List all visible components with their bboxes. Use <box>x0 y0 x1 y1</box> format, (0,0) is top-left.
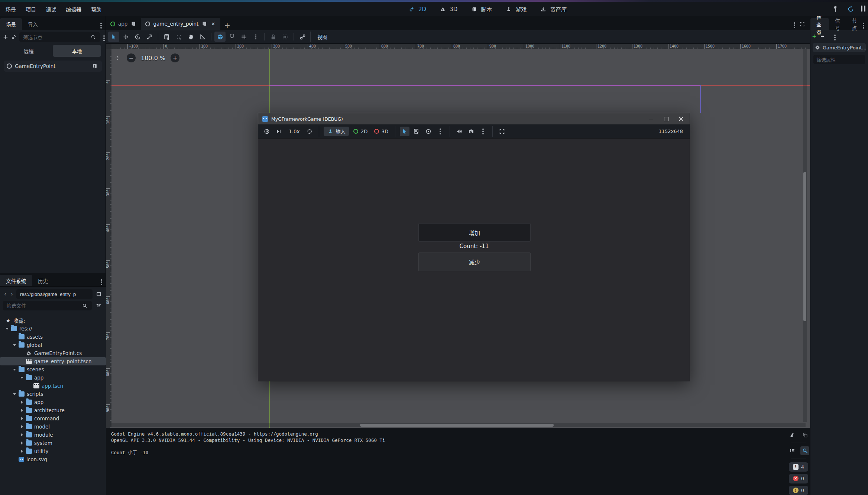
copy-output-icon[interactable] <box>800 430 809 439</box>
chevron-closed-icon[interactable] <box>20 433 24 437</box>
sort-files-icon[interactable] <box>95 302 103 310</box>
game-window-titlebar[interactable]: MyGFrameworkGame (DEBUG) <box>258 113 690 124</box>
zoom-out-button[interactable]: − <box>127 53 136 62</box>
filter-files-field[interactable] <box>3 301 92 310</box>
history-forward-icon[interactable]: › <box>10 291 14 297</box>
folder-global[interactable]: global <box>0 341 106 349</box>
script-icon[interactable] <box>130 20 136 28</box>
decrease-button[interactable]: 减少 <box>418 253 531 271</box>
search-output-icon[interactable] <box>800 446 809 455</box>
filesystem-dock-tab-历史[interactable]: 历史 <box>32 275 54 286</box>
scene-tab-app[interactable]: app <box>106 18 141 30</box>
workspace-资产库[interactable]: 资产库 <box>535 4 571 15</box>
maximize-button[interactable] <box>664 116 669 121</box>
filter-nodes-input[interactable] <box>22 34 89 40</box>
horizontal-scrollbar[interactable] <box>111 423 806 427</box>
menu-dots-tool-icon[interactable] <box>250 32 261 42</box>
messages-badge[interactable]: ! 4 <box>789 462 808 472</box>
lock-tool-icon[interactable] <box>268 32 279 42</box>
chevron-closed-icon[interactable] <box>20 400 24 404</box>
menu-item[interactable]: 帮助 <box>86 4 106 15</box>
file-icon.svg[interactable]: icon.svg <box>0 455 106 463</box>
close-tab-icon[interactable]: ✕ <box>210 21 216 27</box>
folder-app[interactable]: app <box>0 374 106 382</box>
chevron-closed-icon[interactable] <box>20 408 24 412</box>
chevron-open-icon[interactable] <box>13 392 16 396</box>
clear-output-icon[interactable] <box>788 430 797 439</box>
picking-3d-button[interactable]: 3D <box>372 128 391 134</box>
next-frame-icon[interactable] <box>274 127 284 136</box>
new-scene-tab-button[interactable]: + <box>220 21 234 30</box>
filesystem-dock-menu-icon[interactable] <box>101 279 106 286</box>
history-back-icon[interactable]: ‹ <box>3 291 7 297</box>
folder-model[interactable]: model <box>0 423 106 431</box>
folder-command[interactable]: command <box>0 414 106 423</box>
inspector-dock-tab-节点[interactable]: 节点 <box>846 18 863 30</box>
chevron-closed-icon[interactable] <box>20 449 24 453</box>
center-view-icon[interactable] <box>113 54 122 62</box>
input-mode-button[interactable]: 输入 <box>324 127 349 136</box>
scale-tool-icon[interactable] <box>144 32 155 42</box>
increase-button[interactable]: 增加 <box>418 223 531 242</box>
add-node-icon[interactable] <box>3 33 8 41</box>
chevron-open-icon[interactable] <box>13 343 16 347</box>
current-path-input[interactable] <box>19 291 90 297</box>
current-path-field[interactable] <box>16 289 93 299</box>
list-select-tool-icon[interactable] <box>161 32 172 42</box>
scene-dock-menu-icon[interactable] <box>100 22 106 30</box>
selection-menu-icon[interactable] <box>435 127 445 136</box>
snap-position-tool-icon[interactable] <box>173 32 184 42</box>
snap-grid-tool-icon[interactable] <box>226 32 237 42</box>
measure-tool-icon[interactable] <box>197 32 208 42</box>
move-tool-icon[interactable] <box>120 32 131 42</box>
workspace-脚本[interactable]: 脚本 <box>466 4 496 15</box>
expand-canvas-icon[interactable] <box>798 20 806 28</box>
scene-dock-tab-导入[interactable]: 导入 <box>22 18 44 30</box>
chevron-closed-icon[interactable] <box>20 417 24 420</box>
scene-tab-game_entry_point[interactable]: game_entry_point✕ <box>141 18 220 30</box>
embed-menu-icon[interactable] <box>478 127 488 136</box>
script-icon[interactable] <box>201 20 207 28</box>
resource-menu-icon[interactable] <box>833 34 836 39</box>
grid-options-tool-icon[interactable] <box>238 32 249 42</box>
select-tool-icon[interactable] <box>108 32 119 42</box>
instantiate-scene-icon[interactable] <box>11 33 16 41</box>
collapse-duplicates-icon[interactable] <box>788 446 797 455</box>
smart-snap-tool-icon[interactable] <box>214 32 226 42</box>
inspected-node-row[interactable]: GameEntryPoint... <box>813 43 866 52</box>
scene-dock-tab-场景[interactable]: 场景 <box>0 18 22 30</box>
tab-list-menu-icon[interactable] <box>794 22 795 27</box>
restart-icon[interactable] <box>305 127 314 136</box>
favorites-row[interactable]: ★ 收藏: <box>0 316 106 325</box>
folder-scripts[interactable]: scripts <box>0 390 106 398</box>
fullscreen-icon[interactable] <box>497 127 507 136</box>
folder-scenes[interactable]: scenes <box>0 365 106 374</box>
zoom-in-button[interactable]: + <box>171 53 179 62</box>
filter-properties-field[interactable]: 筛选属性 <box>813 55 865 64</box>
pan-tool-icon[interactable] <box>185 32 196 42</box>
reload-project-icon[interactable] <box>846 4 855 14</box>
inspector-dock-tab-信号[interactable]: 信号 <box>829 18 846 30</box>
playback-speed[interactable]: 1.0x <box>286 128 302 134</box>
chevron-open-icon[interactable] <box>13 368 16 371</box>
list-select-icon[interactable] <box>412 127 421 136</box>
inspector-dock-tab-检查器[interactable]: 检查器 <box>810 18 829 30</box>
split-dock-icon[interactable] <box>95 290 103 298</box>
workspace-游戏[interactable]: 游戏 <box>500 4 531 15</box>
filter-nodes-field[interactable] <box>19 32 100 42</box>
vertical-scrollbar[interactable] <box>803 49 807 422</box>
rotate-tool-icon[interactable] <box>132 32 143 42</box>
folder-module[interactable]: module <box>0 431 106 439</box>
file-app.tscn[interactable]: app.tscn <box>0 382 106 390</box>
skeleton-tool-icon[interactable] <box>297 32 308 42</box>
menu-item[interactable]: 场景 <box>1 4 21 15</box>
folder-utility[interactable]: utility <box>0 447 106 455</box>
folder-system[interactable]: system <box>0 439 106 447</box>
pause-icon[interactable] <box>861 6 866 13</box>
picking-2d-button[interactable]: 2D <box>351 128 370 134</box>
inspector-dock-menu-icon[interactable] <box>863 22 868 30</box>
folder-res[interactable]: res:// <box>0 325 106 333</box>
folder-assets[interactable]: assets <box>0 333 106 341</box>
chevron-closed-icon[interactable] <box>20 425 24 429</box>
folder-architecture[interactable]: architecture <box>0 406 106 414</box>
